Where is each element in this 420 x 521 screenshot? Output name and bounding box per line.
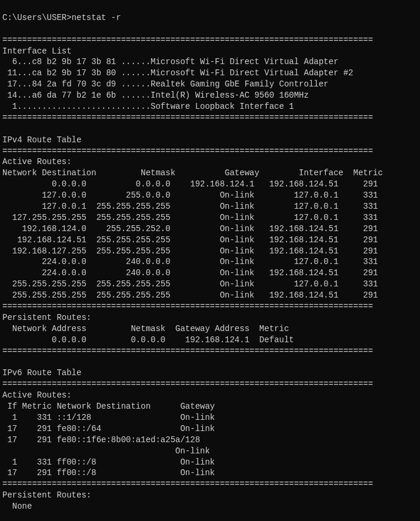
divider: ========================================… [2,479,373,489]
persistent-header: Persistent Routes: [2,490,91,500]
active-routes-header: Active Routes: [2,390,72,400]
persistent-rows: 0.0.0.0 0.0.0.0 192.168.124.1 Default [2,335,294,345]
ipv6-columns: If Metric Network Destination Gateway [2,402,215,411]
divider: ========================================… [2,113,373,122]
terminal-output: C:\Users\USER>netstat -r ===============… [0,0,420,513]
command: netstat -r [72,13,121,22]
divider: ========================================… [2,146,373,156]
persistent-header: Persistent Routes: [2,313,91,322]
persistent-columns: Network Address Netmask Gateway Address … [2,324,289,333]
divider: ========================================… [2,379,373,389]
ipv4-rows: 0.0.0.0 0.0.0.0 192.168.124.1 192.168.12… [2,179,378,300]
divider: ========================================… [2,346,373,356]
prompt: C:\Users\USER> [2,13,72,22]
divider: ========================================… [2,35,373,45]
ipv4-header: IPv4 Route Table [2,135,81,145]
ipv6-rows: 1 331 ::1/128 On-link 17 291 fe80::/64 O… [2,413,215,477]
interface-list-header: Interface List [2,46,72,56]
divider: ========================================… [2,302,373,311]
none-text: None [12,502,32,511]
ipv6-header: IPv6 Route Table [2,368,81,378]
interface-rows: 6...c8 b2 9b 17 3b 81 ......Microsoft Wi… [2,57,354,111]
ipv4-columns: Network Destination Netmask Gateway Inte… [2,168,383,178]
prompt-line: C:\Users\USER>netstat -r [2,13,121,22]
active-routes-header: Active Routes: [2,157,72,166]
